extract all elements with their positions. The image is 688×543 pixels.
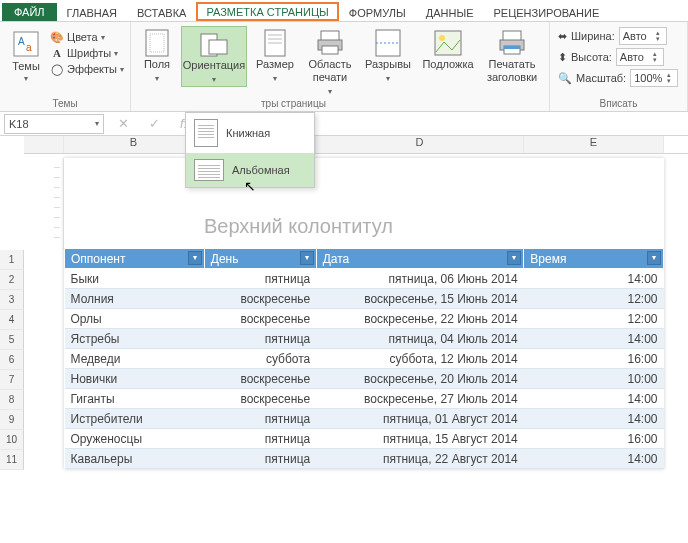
themes-label: Темы [12, 60, 40, 72]
filter-icon[interactable]: ▾ [300, 251, 314, 265]
table-row[interactable]: Кавальерыпятницапятница, 22 Август 20141… [65, 449, 664, 469]
name-box[interactable]: K18▾ [4, 114, 104, 134]
tab-page-layout[interactable]: РАЗМЕТКА СТРАНИЦЫ [196, 2, 338, 21]
ribbon-tabs: ФАЙЛ ГЛАВНАЯ ВСТАВКА РАЗМЕТКА СТРАНИЦЫ Ф… [0, 0, 688, 22]
row-hdr[interactable]: 1 [0, 250, 24, 270]
row-hdr[interactable]: 9 [0, 410, 24, 430]
colors-icon: 🎨 [50, 30, 64, 44]
effects-icon: ◯ [50, 62, 64, 76]
table-row[interactable]: Истребителипятницапятница, 01 Август 201… [65, 409, 664, 429]
table-row[interactable]: Орлывоскресеньевоскресенье, 22 Июнь 2014… [65, 309, 664, 329]
svg-point-17 [439, 35, 445, 41]
ribbon: Aa Темы ▾ 🎨Цвета ▾ AШрифты ▾ ◯Эффекты ▾ … [0, 22, 688, 112]
landscape-icon [194, 159, 224, 181]
print-titles-icon [496, 28, 528, 58]
effects-button[interactable]: ◯Эффекты ▾ [50, 62, 124, 76]
table-row[interactable]: Ястребыпятницапятница, 04 Июль 201414:00 [65, 329, 664, 349]
table-row[interactable]: Быкипятницапятница, 06 Июнь 201414:00 [65, 269, 664, 289]
tab-home[interactable]: ГЛАВНАЯ [57, 4, 127, 21]
table-row[interactable]: Молниявоскресеньевоскресенье, 15 Июнь 20… [65, 289, 664, 309]
col-b[interactable]: B [64, 136, 204, 153]
svg-rect-13 [322, 46, 338, 54]
svg-rect-21 [504, 46, 520, 49]
tab-review[interactable]: РЕЦЕНЗИРОВАНИЕ [483, 4, 609, 21]
row-hdr[interactable]: 5 [0, 330, 24, 350]
table-header-row: Оппонент▾ День▾ Дата▾ Время▾ [65, 249, 664, 269]
height-control[interactable]: ⬍Высота:Авто▴▾ [558, 47, 664, 67]
row-hdr[interactable]: 4 [0, 310, 24, 330]
col-d[interactable]: D [316, 136, 524, 153]
print-titles-button[interactable]: Печатать заголовки [481, 26, 543, 84]
col-a[interactable] [24, 136, 64, 153]
row-hdr[interactable]: 2 [0, 270, 24, 290]
table-row[interactable]: Новичкивоскресеньевоскресенье, 20 Июль 2… [65, 369, 664, 389]
row-hdr[interactable]: 10 [0, 430, 24, 450]
svg-text:a: a [26, 42, 32, 53]
row-headers: 1 2 3 4 5 6 7 8 9 10 11 [0, 250, 24, 470]
portrait-icon [194, 119, 218, 147]
themes-button[interactable]: Aa Темы ▾ [6, 26, 46, 83]
colors-button[interactable]: 🎨Цвета ▾ [50, 30, 124, 44]
themes-group-label: Темы [6, 96, 124, 109]
fonts-button[interactable]: AШрифты ▾ [50, 46, 124, 60]
formula-bar: K18▾ ✕ ✓ fx [0, 112, 688, 136]
row-hdr[interactable]: 7 [0, 370, 24, 390]
size-icon [259, 28, 291, 58]
cursor-icon: ↖ [244, 178, 256, 194]
svg-rect-6 [209, 40, 227, 54]
svg-text:A: A [18, 36, 25, 47]
th-opponent[interactable]: Оппонент▾ [65, 249, 205, 269]
th-time[interactable]: Время▾ [524, 249, 664, 269]
background-button[interactable]: Подложка [419, 26, 477, 71]
margins-button[interactable]: Поля▾ [137, 26, 177, 85]
orientation-portrait[interactable]: Книжная [186, 113, 314, 153]
size-button[interactable]: Размер▾ [251, 26, 299, 85]
filter-icon[interactable]: ▾ [507, 251, 521, 265]
breaks-button[interactable]: Разрывы▾ [361, 26, 415, 85]
col-e[interactable]: E [524, 136, 664, 153]
row-hdr[interactable]: 6 [0, 350, 24, 370]
tab-formulas[interactable]: ФОРМУЛЫ [339, 4, 416, 21]
tab-data[interactable]: ДАННЫЕ [416, 4, 484, 21]
chevron-down-icon: ▾ [95, 119, 99, 128]
worksheet-area: B C D E 1 2 3 4 5 6 7 8 9 10 11 Верхний … [0, 136, 688, 543]
page-header-area[interactable]: Верхний колонтитул [64, 158, 664, 248]
background-icon [432, 28, 464, 58]
print-area-button[interactable]: Область печати▾ [303, 26, 357, 98]
scale-control[interactable]: 🔍Масштаб:100%▴▾ [558, 68, 678, 88]
th-date[interactable]: Дата▾ [316, 249, 524, 269]
orientation-icon [198, 29, 230, 59]
width-control[interactable]: ⬌Ширина:Авто▴▾ [558, 26, 667, 46]
row-hdr[interactable]: 3 [0, 290, 24, 310]
filter-icon[interactable]: ▾ [647, 251, 661, 265]
fit-group-label: Вписать [558, 96, 679, 109]
cancel-icon[interactable]: ✕ [108, 116, 139, 131]
breaks-icon [372, 28, 404, 58]
enter-icon[interactable]: ✓ [139, 116, 170, 131]
fonts-icon: A [50, 46, 64, 60]
filter-icon[interactable]: ▾ [188, 251, 202, 265]
row-hdr[interactable]: 11 [0, 450, 24, 470]
table-row[interactable]: Медведисубботасуббота, 12 Июль 201416:00 [65, 349, 664, 369]
orientation-button[interactable]: Ориентация▾ [181, 26, 247, 87]
th-day[interactable]: День▾ [204, 249, 316, 269]
tab-insert[interactable]: ВСТАВКА [127, 4, 196, 21]
data-table: Оппонент▾ День▾ Дата▾ Время▾ Быкипятница… [64, 248, 664, 469]
ruler [24, 158, 64, 250]
column-headers: B C D E [24, 136, 688, 154]
print-area-icon [314, 28, 346, 58]
row-hdr[interactable]: 8 [0, 390, 24, 410]
page-preview: Верхний колонтитул Оппонент▾ День▾ Дата▾… [64, 158, 664, 469]
tab-file[interactable]: ФАЙЛ [2, 3, 57, 21]
themes-icon: Aa [12, 30, 40, 58]
table-row[interactable]: Гигантывоскресеньевоскресенье, 27 Июль 2… [65, 389, 664, 409]
orientation-menu: Книжная Альбомная [185, 112, 315, 188]
table-row[interactable]: Оруженосцыпятницапятница, 15 Август 2014… [65, 429, 664, 449]
caret-icon: ▾ [24, 74, 28, 83]
page-params-label: тры страницы [261, 96, 326, 109]
margins-icon [141, 28, 173, 58]
